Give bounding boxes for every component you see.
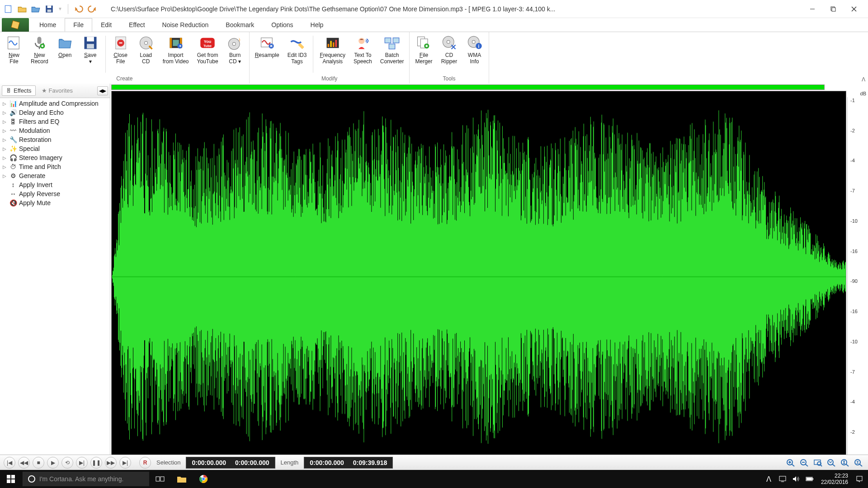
tray-volume-icon[interactable]: [790, 470, 802, 488]
maximize-button[interactable]: [823, 2, 844, 16]
import-video-button[interactable]: Import from Video: [160, 34, 192, 75]
qat-redo-icon[interactable]: [87, 4, 97, 14]
resample-button[interactable]: Resample: [252, 34, 282, 75]
batch-converter-button[interactable]: Batch Converter: [377, 34, 407, 75]
effect-item[interactable]: ▷🎛Filters and EQ: [0, 117, 110, 126]
play-selection-button[interactable]: ▶|: [76, 457, 88, 469]
frequency-analysis-button[interactable]: Frequency Analysis: [317, 34, 348, 75]
tab-options[interactable]: Options: [263, 18, 302, 32]
effect-item[interactable]: ▷📊Amplitude and Compression: [0, 99, 110, 108]
record-button[interactable]: R: [139, 457, 151, 469]
length-start: 0:00:00.000: [310, 459, 344, 466]
taskbar: I'm Cortana. Ask me anything. ᐱ 22:23 22…: [0, 470, 868, 488]
sidebar-tab-favorites[interactable]: ★Favorites: [38, 85, 77, 96]
tray-battery-icon[interactable]: [804, 470, 816, 488]
tab-bookmark[interactable]: Bookmark: [217, 18, 263, 32]
task-view-button[interactable]: [149, 470, 171, 488]
taskbar-clock[interactable]: 22:23 22/02/2016: [817, 473, 852, 486]
effect-item[interactable]: ▷🔧Restoration: [0, 135, 110, 144]
tab-file[interactable]: File: [65, 18, 92, 32]
tray-overflow-icon[interactable]: ᐱ: [763, 470, 775, 488]
effect-icon: ⏱: [9, 163, 17, 170]
wma-info-button[interactable]: iWMA Info: [463, 34, 486, 75]
effect-item[interactable]: ↕Apply Invert: [0, 180, 110, 189]
play-button[interactable]: ▶: [47, 457, 59, 469]
qat-save-icon[interactable]: [44, 4, 54, 14]
taskbar-file-explorer[interactable]: [171, 470, 193, 488]
length-label: Length: [281, 459, 299, 466]
load-cd-button[interactable]: Load CD: [135, 34, 157, 75]
save-button[interactable]: Save ▾: [79, 34, 102, 75]
tab-home[interactable]: Home: [31, 18, 65, 32]
ribbon-group-tools: File Merger CD Ripper iWMA Info Tools: [410, 32, 489, 84]
zoom-fit-icon[interactable]: [826, 458, 837, 468]
start-button[interactable]: [0, 470, 22, 488]
new-record-button[interactable]: New Record: [28, 34, 51, 75]
effect-icon: 🔇: [9, 199, 17, 206]
effect-item[interactable]: ▷〰Modulation: [0, 126, 110, 135]
ribbon-group-create: New File New Record Open Save ▾ Close Fi…: [0, 32, 250, 84]
qat-open-icon[interactable]: [17, 4, 27, 14]
effect-icon: 🎧: [9, 154, 17, 161]
effect-item[interactable]: ▷⚙Generate: [0, 171, 110, 180]
zoom-vertical-out-icon[interactable]: [853, 458, 864, 468]
qat-new-icon[interactable]: [4, 4, 14, 14]
effects-list: ▷📊Amplitude and Compression▷🔊Delay and E…: [0, 98, 110, 455]
svg-point-21: [144, 42, 147, 45]
sidebar-pin-icon[interactable]: ◂▸: [97, 86, 108, 95]
tray-network-icon[interactable]: [777, 470, 788, 488]
tab-help[interactable]: Help: [302, 18, 332, 32]
go-to-end-button[interactable]: ▶|: [119, 457, 131, 469]
pause-button[interactable]: ❚❚: [90, 457, 102, 469]
tab-effect[interactable]: Effect: [120, 18, 154, 32]
rewind-button[interactable]: ◀◀: [18, 457, 30, 469]
fast-forward-button[interactable]: ▶▶: [105, 457, 117, 469]
effect-item[interactable]: ▷🔊Delay and Echo: [0, 108, 110, 117]
svg-line-63: [832, 464, 835, 466]
zoom-out-icon[interactable]: [798, 458, 810, 468]
svg-rect-40: [385, 38, 391, 43]
close-file-button[interactable]: Close File: [109, 34, 132, 75]
cd-ripper-button[interactable]: CD Ripper: [438, 34, 461, 75]
effect-item[interactable]: ▷⏱Time and Pitch: [0, 162, 110, 171]
effect-item[interactable]: 🔇Apply Mute: [0, 198, 110, 207]
zoom-selection-icon[interactable]: [812, 458, 824, 468]
text-to-speech-button[interactable]: Text To Speech: [351, 34, 375, 75]
burn-cd-button[interactable]: Burn CD ▾: [224, 34, 246, 75]
loop-button[interactable]: ⟲: [61, 457, 73, 469]
sidebar-tab-effects[interactable]: 🎚Effects: [2, 85, 36, 96]
svg-rect-2: [47, 5, 52, 8]
effect-label: Apply Invert: [19, 181, 52, 188]
close-button[interactable]: [844, 2, 864, 16]
edit-id3-button[interactable]: Edit ID3 Tags: [285, 34, 310, 75]
tray-notifications-icon[interactable]: [854, 470, 865, 488]
zoom-in-icon[interactable]: [785, 458, 797, 468]
tab-noise-reduction[interactable]: Noise Reduction: [154, 18, 217, 32]
get-youtube-button[interactable]: YouTubeGet from YouTube: [194, 34, 221, 75]
taskbar-chrome[interactable]: [193, 470, 214, 488]
qat-folder-open-icon[interactable]: [31, 4, 41, 14]
cortana-search[interactable]: I'm Cortana. Ask me anything.: [23, 472, 149, 486]
effect-item[interactable]: ↔Apply Reverse: [0, 189, 110, 198]
svg-rect-36: [330, 41, 331, 47]
zoom-vertical-in-icon[interactable]: [839, 458, 851, 468]
effect-item[interactable]: ▷✨Special: [0, 144, 110, 153]
stop-button[interactable]: ■: [33, 457, 44, 469]
overview-bar[interactable]: [111, 84, 825, 90]
db-tick: -90: [850, 279, 868, 284]
svg-rect-71: [7, 479, 10, 483]
waveform-channel-left[interactable]: [111, 91, 846, 455]
qat-undo-icon[interactable]: [74, 4, 84, 14]
ribbon-collapse-icon[interactable]: ᐱ: [862, 76, 865, 83]
svg-rect-69: [7, 475, 10, 479]
tab-edit[interactable]: Edit: [92, 18, 120, 32]
ribbon-label-modify: Modify: [252, 75, 407, 83]
open-button[interactable]: Open: [54, 34, 76, 75]
new-file-button[interactable]: New File: [3, 34, 25, 75]
file-merger-button[interactable]: File Merger: [412, 34, 435, 75]
svg-point-39: [359, 38, 365, 44]
app-menu-icon[interactable]: [2, 18, 29, 32]
minimize-button[interactable]: [802, 2, 823, 16]
effect-item[interactable]: ▷🎧Stereo Imagery: [0, 153, 110, 162]
go-to-start-button[interactable]: |◀: [4, 457, 15, 469]
